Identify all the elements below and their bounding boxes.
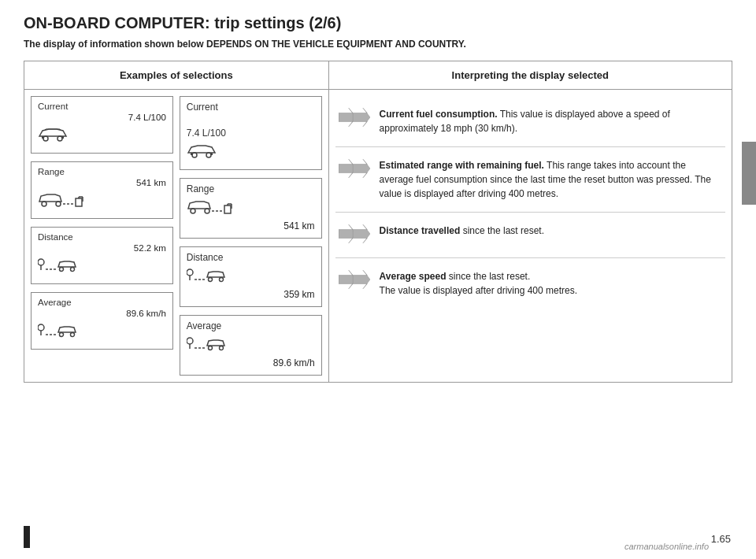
interpret-normal-3: since the last reset. <box>463 225 544 236</box>
distance-label-1: Distance <box>38 232 73 242</box>
range-label-2: Range <box>187 183 214 194</box>
display-box-current-2: Current 7.4 L/100 <box>180 96 322 170</box>
svg-point-2 <box>42 202 46 206</box>
display-box-distance-1: Distance 52.2 km <box>31 227 173 284</box>
display-box-average-2: Average <box>180 315 322 376</box>
current-value-1: 7.4 L/100 <box>128 113 166 122</box>
page-subtitle: The display of information shown below D… <box>24 39 732 50</box>
svg-point-24 <box>71 333 75 337</box>
svg-rect-7 <box>76 198 82 206</box>
distance-value-2: 359 km <box>284 289 314 300</box>
interpret-bold-1: Current fuel consumption. <box>380 109 498 120</box>
main-table: Examples of selections Interpreting the … <box>24 61 732 383</box>
watermark: carmanualsonline.info <box>624 542 709 551</box>
interpret-cell: Current fuel consumption. This value is … <box>328 90 732 383</box>
interpret-text-4: Average speed since the last reset.The v… <box>380 269 722 298</box>
range-value-2: 541 km <box>284 220 314 231</box>
svg-point-3 <box>56 202 61 206</box>
page-number: 1.65 <box>711 533 731 545</box>
svg-point-11 <box>38 259 44 265</box>
double-arrow-icon-4 <box>339 269 370 292</box>
svg-marker-57 <box>353 270 370 289</box>
distance-label-2: Distance <box>187 252 224 263</box>
interpret-row-3: Distance travelled since the last reset. <box>335 213 725 258</box>
display-box-distance-2: Distance <box>180 246 322 307</box>
col-examples-header: Examples of selections <box>24 61 329 90</box>
double-arrow-icon-1 <box>339 107 370 130</box>
interpret-text-3: Distance travelled since the last reset. <box>380 224 722 238</box>
distance-value-1: 52.2 km <box>134 243 166 253</box>
current-label-1: Current <box>38 102 68 111</box>
bottom-bar <box>24 526 30 548</box>
svg-marker-51 <box>353 108 370 127</box>
display-box-range-2: Range <box>180 178 322 239</box>
svg-point-42 <box>219 278 223 282</box>
range-value-1: 541 km <box>136 178 166 187</box>
double-arrow-icon-3 <box>339 224 370 246</box>
svg-marker-55 <box>353 224 370 243</box>
current-label-2: Current <box>187 102 218 113</box>
current-value-2: 7.4 L/100 <box>187 128 226 139</box>
car-fuel-icon-2 <box>187 198 234 219</box>
examples-cell: Current 7.4 L/100 <box>24 90 329 383</box>
display-box-average-1: Average 89.6 km/h <box>31 292 173 350</box>
car-icon-1 <box>38 125 68 146</box>
interpret-row-4: Average speed since the last reset.The v… <box>335 258 725 309</box>
svg-point-41 <box>208 278 212 282</box>
svg-point-17 <box>71 268 75 272</box>
interpret-bold-4: Average speed <box>380 271 447 282</box>
svg-point-16 <box>60 268 64 272</box>
svg-point-28 <box>205 209 209 213</box>
range-label-1: Range <box>38 167 65 176</box>
sub-col-2: Current 7.4 L/100 <box>180 96 322 376</box>
svg-point-23 <box>60 333 64 337</box>
average-label-2: Average <box>187 320 221 331</box>
display-box-range-1: Range 541 km <box>31 161 173 219</box>
svg-point-43 <box>187 338 193 344</box>
interpret-inner: Current fuel consumption. This value is … <box>335 96 725 309</box>
pin-car-icon-2 <box>187 266 230 287</box>
car-fuel-icon-1 <box>38 191 85 212</box>
display-box-current-1: Current 7.4 L/100 <box>31 96 173 154</box>
pin-car-icon-1 <box>38 256 81 277</box>
svg-marker-53 <box>353 159 370 178</box>
svg-point-27 <box>191 209 195 213</box>
average-label-1: Average <box>38 298 72 307</box>
sub-col-1: Current 7.4 L/100 <box>31 96 173 376</box>
svg-point-18 <box>38 324 44 331</box>
interpret-bold-2: Estimated range with remaining fuel. <box>380 160 544 171</box>
interpret-text-2: Estimated range with remaining fuel. Thi… <box>380 158 722 201</box>
svg-point-48 <box>208 346 212 350</box>
svg-point-36 <box>187 269 193 276</box>
col-interpret-header: Interpreting the display selected <box>328 61 732 90</box>
pin-car-icon-avg1 <box>38 321 81 342</box>
svg-rect-32 <box>224 205 231 213</box>
average-value-1: 89.6 km/h <box>126 309 166 318</box>
interpret-text-1: Current fuel consumption. This value is … <box>380 107 722 135</box>
interpret-row-1: Current fuel consumption. This value is … <box>335 96 725 147</box>
page-title: ON-BOARD COMPUTER: trip settings (2/6) <box>24 14 732 32</box>
page-container: ON-BOARD COMPUTER: trip settings (2/6) T… <box>0 0 756 397</box>
examples-inner: Current 7.4 L/100 <box>31 96 322 376</box>
average-value-2: 89.6 km/h <box>273 357 315 368</box>
svg-point-49 <box>219 346 223 350</box>
interpret-bold-3: Distance travelled <box>380 225 461 236</box>
interpret-row-2: Estimated range with remaining fuel. Thi… <box>335 147 725 213</box>
car-icon-2 <box>187 142 217 163</box>
double-arrow-icon-2 <box>339 158 370 181</box>
pin-car-icon-avg2 <box>187 335 230 356</box>
sidebar-tab <box>742 142 756 205</box>
